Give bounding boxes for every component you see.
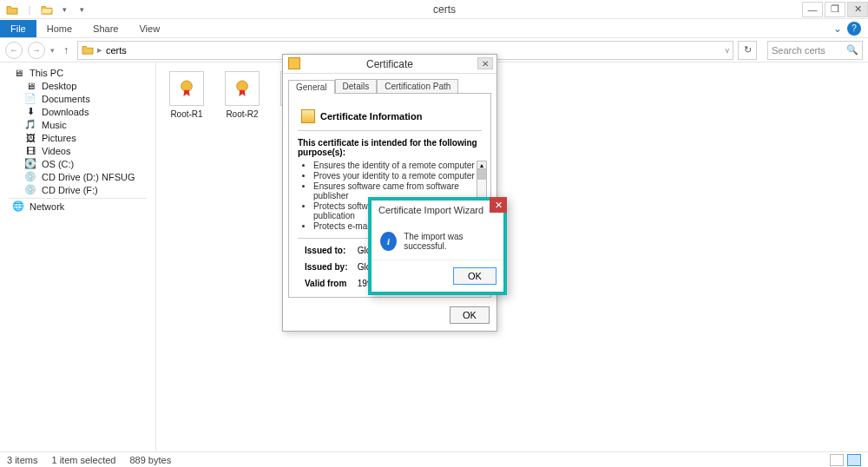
- tab-home[interactable]: Home: [36, 20, 82, 37]
- cert-title-icon: [288, 57, 300, 69]
- navigation-pane: 🖥 This PC 🖥Desktop 📄Documents ⬇Downloads…: [0, 62, 156, 451]
- cert-file-icon: [169, 71, 204, 106]
- sidebar-network[interactable]: 🌐Network: [0, 200, 155, 213]
- music-icon: 🎵: [24, 119, 36, 131]
- divider: [298, 130, 482, 131]
- history-dropdown-icon[interactable]: ▾: [50, 46, 55, 55]
- address-dropdown-icon[interactable]: v: [726, 46, 730, 55]
- file-name: Root-R2: [222, 109, 262, 119]
- certificate-dialog-titlebar[interactable]: Certificate ✕: [283, 55, 496, 74]
- refresh-button[interactable]: ↻: [738, 41, 757, 60]
- qat-sep: |: [23, 3, 36, 16]
- sidebar-item-videos[interactable]: 🎞Videos: [0, 144, 155, 157]
- folder-icon: ⬇: [24, 106, 36, 118]
- tab-view[interactable]: View: [128, 20, 170, 37]
- window-titlebar: | ▾ ▾ certs — ❐ ✕: [0, 0, 868, 19]
- qat-dropdown-icon[interactable]: ▾: [57, 3, 71, 16]
- ribbon: File Home Share View ⌄ ?: [0, 19, 868, 38]
- sidebar-item-cd-d[interactable]: 💿CD Drive (D:) NFSUG: [0, 170, 155, 183]
- videos-icon: 🎞: [24, 145, 36, 157]
- sidebar-item-label: CD Drive (D:) NFSUG: [42, 172, 135, 182]
- certificate-dialog-title: Certificate: [366, 58, 413, 70]
- status-bar: 3 items 1 item selected 889 bytes: [0, 451, 868, 467]
- search-icon: 🔍: [846, 44, 858, 56]
- certificate-close-button[interactable]: ✕: [477, 57, 493, 69]
- maximize-button[interactable]: ❐: [825, 2, 845, 17]
- breadcrumb-current[interactable]: certs: [106, 45, 127, 56]
- ribbon-collapse-icon[interactable]: ⌄: [828, 23, 847, 35]
- sidebar-item-music[interactable]: 🎵Music: [0, 118, 155, 131]
- sidebar-item-label: Network: [30, 201, 64, 212]
- cd-icon: 💿: [24, 171, 36, 183]
- quick-access-toolbar: | ▾ ▾: [0, 3, 89, 16]
- label: Valid from: [305, 279, 355, 288]
- cert-tab-general[interactable]: General: [288, 80, 335, 94]
- search-placeholder: Search certs: [772, 45, 825, 56]
- status-size: 889 bytes: [129, 455, 171, 465]
- cert-tab-details[interactable]: Details: [335, 79, 378, 93]
- cert-info-heading: Certificate Information: [320, 111, 422, 122]
- svg-point-1: [237, 81, 248, 92]
- wizard-close-button[interactable]: ✕: [490, 197, 507, 213]
- sidebar-item-cd-f[interactable]: 💿CD Drive (F:): [0, 183, 155, 196]
- file-item[interactable]: Root-R1: [167, 71, 207, 119]
- window-buttons: — ❐ ✕: [800, 2, 868, 17]
- wizard-footer: OK: [372, 260, 503, 292]
- network-icon: 🌐: [12, 201, 24, 213]
- sidebar-item-downloads[interactable]: ⬇Downloads: [0, 105, 155, 118]
- details-view-button[interactable]: [830, 454, 844, 466]
- search-input[interactable]: Search certs 🔍: [767, 41, 863, 60]
- sidebar-item-documents[interactable]: 📄Documents: [0, 92, 155, 105]
- up-button[interactable]: ↑: [60, 44, 72, 56]
- icons-view-button[interactable]: [847, 454, 861, 466]
- close-button[interactable]: ✕: [847, 2, 868, 17]
- wizard-ok-button[interactable]: OK: [453, 267, 496, 285]
- tab-file[interactable]: File: [0, 20, 36, 37]
- cert-tab-certpath[interactable]: Certification Path: [377, 79, 458, 93]
- sidebar-item-label: Documents: [42, 94, 90, 104]
- sidebar-item-label: OS (C:): [42, 159, 74, 169]
- sidebar-separator: [9, 198, 147, 199]
- open-folder-icon[interactable]: [40, 3, 54, 16]
- wizard-titlebar[interactable]: Certificate Import Wizard ✕: [372, 201, 503, 220]
- tab-share[interactable]: Share: [82, 20, 128, 37]
- folder-icon: 📄: [24, 93, 36, 105]
- help-icon[interactable]: ?: [847, 22, 861, 36]
- sidebar-item-desktop[interactable]: 🖥Desktop: [0, 79, 155, 92]
- sidebar-item-label: Videos: [42, 146, 70, 156]
- certificate-tabs: General Details Certification Path: [283, 74, 496, 93]
- label: Issued to:: [305, 246, 355, 255]
- file-list[interactable]: Root-R1 Root-R2 Root-R3: [156, 62, 868, 451]
- sidebar-item-os-c[interactable]: 💽OS (C:): [0, 157, 155, 170]
- status-item-count: 3 items: [7, 455, 37, 465]
- cert-purpose-heading: This certificate is intended for the fol…: [298, 138, 482, 157]
- certificate-ok-button[interactable]: OK: [450, 306, 490, 324]
- sidebar-item-label: Pictures: [42, 133, 76, 143]
- status-selection: 1 item selected: [51, 455, 115, 465]
- scroll-thumb[interactable]: [477, 169, 486, 180]
- wizard-body: i The import was successful.: [372, 220, 503, 260]
- file-item[interactable]: Root-R2: [222, 71, 262, 119]
- svg-point-0: [181, 81, 193, 92]
- wizard-message: The import was successful.: [404, 232, 495, 251]
- sidebar-this-pc[interactable]: 🖥 This PC: [0, 66, 155, 79]
- back-button[interactable]: ←: [5, 42, 23, 59]
- minimize-button[interactable]: —: [802, 2, 823, 17]
- breadcrumb-sep: ▸: [97, 44, 102, 56]
- qat-chevron-icon[interactable]: ▾: [75, 3, 89, 16]
- sidebar-item-pictures[interactable]: 🖼Pictures: [0, 131, 155, 144]
- sidebar-label: This PC: [30, 68, 63, 78]
- pictures-icon: 🖼: [24, 132, 36, 144]
- sidebar-item-label: Music: [42, 120, 67, 130]
- cert-info-icon: [301, 109, 315, 123]
- folder-icon: [5, 3, 19, 16]
- sidebar-item-label: Desktop: [42, 81, 76, 91]
- label: Issued by:: [305, 262, 355, 272]
- info-icon: i: [380, 232, 397, 251]
- address-folder-icon: [82, 44, 94, 56]
- cert-file-icon: [225, 71, 260, 106]
- scroll-up-button[interactable]: ▴: [477, 161, 487, 169]
- drive-icon: 💽: [24, 158, 36, 170]
- forward-button[interactable]: →: [28, 42, 45, 59]
- wizard-title: Certificate Import Wizard: [378, 205, 483, 215]
